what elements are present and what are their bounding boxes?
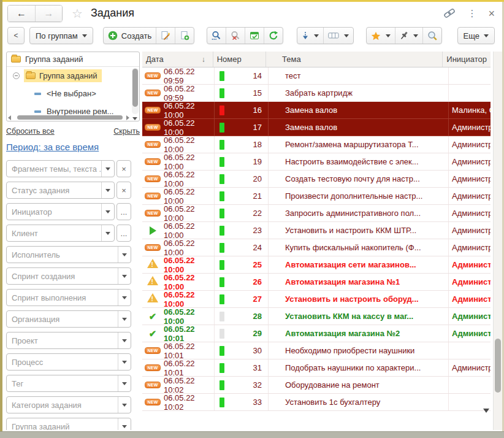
favorites-dropdown[interactable] — [367, 28, 395, 44]
scrollbar-thumb[interactable] — [495, 339, 501, 393]
reset-all-link[interactable]: Сбросить все — [6, 127, 55, 136]
scroll-down-arrow-icon[interactable] — [132, 117, 137, 120]
table-row[interactable]: !06.05.22 10:0026Автоматизация магазина … — [142, 274, 491, 291]
filter-field: Фрагмент темы, текста ...× — [6, 160, 131, 177]
table-row[interactable]: NEW06.05.22 10:0018Ремонт/замена маршрут… — [142, 136, 491, 153]
tree-vertical-scrollbar[interactable] — [132, 68, 139, 114]
table-row[interactable]: NEW06.05.22 10:0021Произвести дополнител… — [142, 188, 491, 205]
clear-filter-button[interactable]: × — [116, 160, 131, 177]
filter-input[interactable]: Клиент — [6, 225, 115, 242]
column-header-number[interactable]: Номер — [213, 52, 266, 67]
table-row[interactable]: NEW06.05.22 10:0022Запросить администрат… — [142, 205, 491, 222]
filter-input[interactable]: Тег — [6, 375, 131, 392]
scrollbar-thumb[interactable] — [132, 69, 138, 107]
table-row[interactable]: NEW06.05.22 09:5915Забрать картридж — [142, 85, 491, 102]
chevron-down-icon — [122, 425, 127, 428]
configure-list-button[interactable] — [245, 28, 264, 44]
dropdown-caret-button[interactable] — [118, 375, 131, 391]
filter-input[interactable]: Исполнитель — [6, 246, 131, 263]
dropdown-caret-button[interactable] — [101, 204, 114, 220]
refresh-button[interactable] — [264, 28, 283, 44]
tree-horizontal-scrollbar[interactable] — [8, 115, 131, 120]
filter-input[interactable]: Инициатор — [6, 203, 115, 220]
table-row[interactable]: ✔06.05.22 10:0129Автоматизация магазина … — [142, 325, 491, 342]
table-row[interactable]: NEW06.05.22 10:0233Установить 1с бухгалт… — [142, 394, 491, 411]
cancel-search-button[interactable] — [226, 28, 245, 44]
load-more-dropdown[interactable] — [297, 28, 323, 44]
dropdown-caret-button[interactable] — [101, 161, 114, 177]
tree-root-item[interactable]: Группа заданий — [7, 67, 139, 85]
tree-header[interactable]: Группа заданий — [7, 52, 139, 67]
table-row[interactable]: NEW06.05.22 10:0130Необходимо приобрести… — [142, 342, 491, 359]
scroll-right-arrow-icon[interactable] — [126, 115, 129, 120]
table-body: NEW06.05.22 09:5914тестNEW06.05.22 09:59… — [142, 67, 491, 411]
group-by-label: По группам — [36, 31, 78, 40]
kebab-menu-icon[interactable]: ⋮ — [467, 8, 476, 19]
dropdown-caret-button[interactable] — [101, 225, 114, 241]
dropdown-caret-button[interactable] — [118, 311, 131, 327]
table-row[interactable]: NEW06.05.22 10:0131Подобрать наушники по… — [142, 359, 491, 377]
status-bar-icon — [220, 140, 224, 150]
collapse-node-icon[interactable] — [13, 72, 20, 79]
get-link-icon[interactable] — [443, 6, 457, 20]
column-header-theme[interactable]: Тема — [266, 52, 443, 67]
table-row[interactable]: ✔06.05.22 10:0028Установить ККМ на кассу… — [142, 308, 491, 325]
dropdown-caret-button[interactable] — [118, 418, 131, 430]
back-button[interactable]: ← — [8, 6, 35, 21]
create-based-on-button[interactable] — [156, 28, 175, 44]
scrollbar-thumb[interactable] — [17, 115, 123, 120]
pin-dropdown[interactable] — [395, 28, 422, 44]
dropdown-caret-button[interactable] — [118, 332, 131, 348]
table-row[interactable]: NEW06.05.22 10:0017Замена валовАдминистр… — [142, 119, 491, 136]
filter-input[interactable]: Спринт выполнения — [6, 289, 131, 306]
dropdown-caret-button[interactable] — [118, 290, 131, 305]
table-row[interactable]: NEW06.05.22 10:0016Замена валовМалинка, … — [142, 102, 491, 119]
filter-input[interactable]: Группа заданий — [6, 418, 131, 430]
collapse-sidebar-button[interactable]: < — [7, 27, 25, 44]
filter-input[interactable]: Фрагмент темы, текста ... — [6, 160, 115, 177]
column-header-date[interactable]: Дата ↓ — [142, 52, 213, 67]
filter-input[interactable]: Статус задания — [6, 182, 115, 199]
scroll-left-arrow-icon[interactable] — [8, 115, 11, 120]
columns-dropdown[interactable] — [323, 28, 353, 44]
table-row[interactable]: !06.05.22 10:0025Автоматизация сети мага… — [142, 256, 491, 274]
column-header-initiator[interactable]: Инициатор — [443, 52, 491, 67]
filter-input[interactable]: Категория задания — [6, 396, 131, 413]
close-icon[interactable]: × — [488, 8, 495, 19]
dropdown-caret-button[interactable] — [118, 268, 131, 284]
search-button[interactable] — [207, 28, 226, 44]
dropdown-caret-button[interactable] — [118, 397, 131, 413]
clear-filter-button[interactable]: × — [116, 182, 131, 199]
table-row[interactable]: NEW06.05.22 10:0019Настроить взаимодейст… — [142, 153, 491, 171]
choose-value-button[interactable]: ... — [116, 203, 131, 220]
more-button[interactable]: Еще — [457, 27, 495, 44]
hide-link[interactable]: Скрыть — [113, 127, 140, 136]
favorite-star-icon[interactable]: ☆ — [72, 7, 83, 20]
dropdown-caret-button[interactable] — [118, 354, 131, 370]
table-row[interactable]: NEW06.05.22 09:5914тест — [142, 67, 491, 85]
filter-input[interactable]: Процесс — [6, 353, 131, 371]
copy-button[interactable] — [175, 28, 194, 44]
filter-input[interactable]: Проект — [6, 332, 131, 349]
preview-button[interactable] — [422, 28, 441, 44]
dropdown-caret-button[interactable] — [118, 247, 131, 263]
filter-input[interactable]: Организация — [6, 310, 131, 328]
filter-input[interactable]: Спринт создания — [6, 267, 131, 285]
table-row[interactable]: NEW06.05.22 10:0232Оборудование на ремон… — [142, 377, 491, 394]
choose-value-button[interactable]: ... — [116, 225, 131, 242]
dropdown-caret-button[interactable] — [101, 182, 114, 198]
period-link[interactable]: Период: за все время — [6, 142, 99, 152]
forward-button[interactable]: → — [35, 6, 62, 21]
table-row[interactable]: 06.05.22 10:0023Установить и настроить К… — [142, 222, 491, 239]
tree-child-item[interactable]: <Не выбран> — [7, 85, 139, 102]
tree-root-label: Группа заданий — [39, 71, 97, 80]
task-initiator: Администр — [449, 256, 491, 273]
table-row[interactable]: NEW06.05.22 10:0020Создать тестовую почт… — [142, 171, 491, 188]
group-by-dropdown[interactable]: По группам — [29, 27, 93, 44]
create-button[interactable]: Создать — [104, 28, 156, 44]
table-row[interactable]: NEW06.05.22 10:0024Купить фискальный нак… — [142, 239, 491, 256]
table-row[interactable]: !06.05.22 10:0027Установить и настроить … — [142, 291, 491, 308]
table-vertical-scrollbar[interactable] — [493, 52, 502, 430]
chevron-down-icon — [122, 361, 127, 364]
history-nav: ← → — [7, 5, 63, 22]
